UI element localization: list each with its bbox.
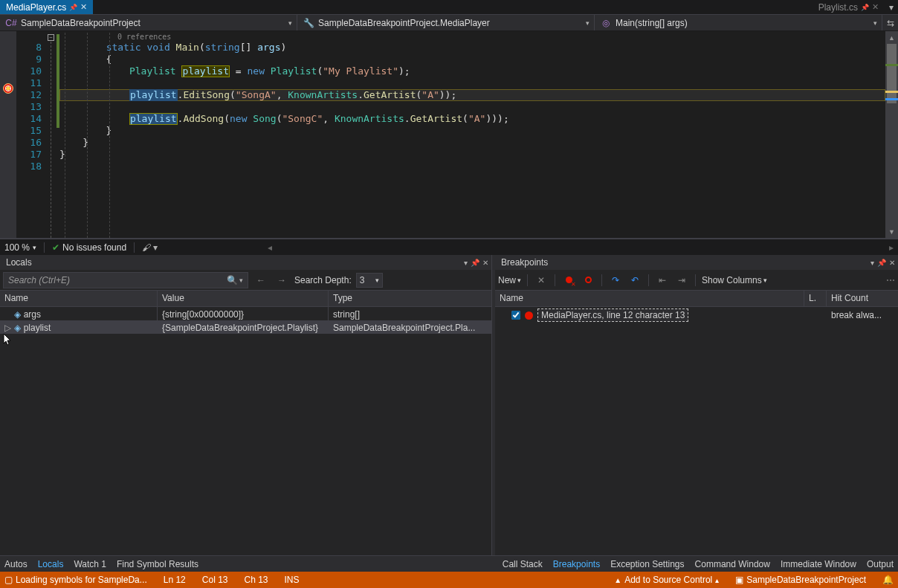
editor-vertical-scrollbar[interactable]: ▲ ▼	[885, 31, 898, 238]
col-type[interactable]: Type	[329, 291, 491, 306]
breakpoints-header[interactable]: Breakpoints ▾ 📌 ✕	[495, 255, 898, 270]
col-hitcount[interactable]: Hit Count	[827, 291, 898, 306]
cleanup-icon[interactable]: 🖌 ▾	[142, 242, 158, 253]
code-editor[interactable]: 89101112131415161718 − 0 references stat…	[0, 31, 898, 239]
delete-all-button[interactable]: ✕	[561, 273, 576, 288]
tab-mediaplayer[interactable]: MediaPlayer.cs 📌 ✕	[0, 0, 93, 14]
chevron-down-icon: ▾	[375, 277, 379, 284]
tab-breakpoints[interactable]: Breakpoints	[553, 559, 600, 569]
locals-row[interactable]: ◈ args {string[0x00000000]} string[]	[0, 307, 491, 320]
tool-window-tabs: Autos Locals Watch 1 Find Symbol Results…	[0, 555, 898, 572]
code-area[interactable]: 0 references static void Main(string[] a…	[59, 31, 885, 238]
tab-output[interactable]: Output	[867, 559, 894, 569]
breakpoint-enabled-checkbox[interactable]	[511, 311, 520, 320]
import-button[interactable]: ↶	[627, 273, 642, 288]
outlining-margin[interactable]: −	[46, 31, 56, 238]
status-char[interactable]: Ch 13	[244, 575, 268, 585]
close-icon[interactable]: ✕	[889, 259, 895, 267]
collapse-icon[interactable]: −	[48, 34, 54, 41]
breakpoints-grid-header[interactable]: Name L. Hit Count	[495, 291, 898, 307]
method-dropdown[interactable]: ◎ Main(string[] args) ▾	[595, 15, 882, 30]
search-icon[interactable]: 🔍	[227, 275, 238, 285]
pin-icon[interactable]: 📌	[471, 259, 479, 267]
scroll-left-icon[interactable]: ◂	[268, 242, 272, 253]
pin-icon[interactable]: 📌	[877, 259, 886, 267]
tab-callstack[interactable]: Call Stack	[503, 559, 543, 569]
col-name[interactable]: Name	[0, 291, 158, 306]
error-status[interactable]: ✔ No issues found	[52, 242, 126, 253]
status-project[interactable]: ▣ SampleDataBreakpointProject	[735, 575, 866, 585]
overflow-icon[interactable]: ⋯	[886, 275, 895, 285]
search-depth-select[interactable]: 3 ▾	[356, 273, 383, 288]
locals-grid-body[interactable]: ◈ args {string[0x00000000]} string[] ▷ ◈…	[0, 307, 491, 555]
breakpoints-grid-body[interactable]: MediaPlayer.cs, line 12 character 13 bre…	[495, 307, 898, 555]
tab-autos[interactable]: Autos	[4, 559, 28, 569]
breakpoint-labels[interactable]	[804, 313, 827, 317]
zoom-dropdown[interactable]: 100 % ▾	[4, 242, 36, 253]
col-name[interactable]: Name	[495, 291, 804, 306]
tab-overflow[interactable]: ▾	[885, 0, 898, 14]
export-button[interactable]: ↷	[608, 273, 623, 288]
status-ins[interactable]: INS	[285, 575, 300, 585]
expand-icon[interactable]: ▷	[4, 323, 12, 333]
close-icon[interactable]: ✕	[482, 259, 488, 267]
delete-breakpoint-button[interactable]: ✕	[534, 273, 549, 288]
col-value[interactable]: Value	[158, 291, 329, 306]
breakpoint-row[interactable]: MediaPlayer.cs, line 12 character 13 bre…	[495, 307, 898, 323]
notifications-icon[interactable]: 🔔	[882, 575, 894, 585]
class-name: SampleDataBreakpointProject.MediaPlayer	[318, 18, 490, 28]
breakpoint-current-icon[interactable]	[3, 83, 13, 94]
new-breakpoint-button[interactable]: New ▾	[498, 275, 521, 285]
go-to-disasm-button[interactable]: ⇥	[674, 273, 689, 288]
tab-exception-settings[interactable]: Exception Settings	[610, 559, 684, 569]
locals-grid-header[interactable]: Name Value Type	[0, 291, 491, 307]
class-dropdown[interactable]: 🔧 SampleDataBreakpointProject.MediaPlaye…	[297, 15, 595, 30]
locals-header[interactable]: Locals ▾ 📌 ✕	[0, 255, 491, 270]
document-tabs: MediaPlayer.cs 📌 ✕ Playlist.cs 📌 ✕ ▾	[0, 0, 898, 15]
locals-row[interactable]: ▷ ◈ playlist {SampleDataBreakpointProjec…	[0, 320, 491, 334]
status-col[interactable]: Col 13	[202, 575, 228, 585]
show-columns-dropdown[interactable]: Show Columns ▾	[702, 275, 767, 285]
scroll-up-icon[interactable]: ▲	[885, 31, 898, 44]
status-loading[interactable]: ▢ Loading symbols for SampleDa...	[4, 575, 147, 585]
toggle-all-button[interactable]	[581, 273, 595, 288]
tab-locals[interactable]: Locals	[38, 559, 64, 569]
tab-playlist[interactable]: Playlist.cs 📌 ✕	[813, 0, 885, 14]
scroll-down-icon[interactable]: ▼	[885, 225, 898, 238]
search-next-button[interactable]: →	[274, 272, 290, 288]
split-editor-icon[interactable]: ⇆	[882, 15, 898, 30]
tab-watch1[interactable]: Watch 1	[74, 559, 106, 569]
codelens-references[interactable]: 0 references	[59, 33, 885, 42]
mouse-cursor-icon	[3, 334, 13, 347]
breakpoint-hitcount[interactable]: break alwa...	[827, 308, 898, 323]
tab-immediate-window[interactable]: Immediate Window	[781, 559, 856, 569]
status-line[interactable]: Ln 12	[164, 575, 186, 585]
close-icon[interactable]: ✕	[80, 2, 87, 12]
chevron-down-icon: ▾	[288, 19, 292, 27]
var-value[interactable]: {string[0x00000000]}	[158, 307, 329, 320]
panel-title: Breakpoints	[498, 257, 548, 268]
tab-command-window[interactable]: Command Window	[695, 559, 770, 569]
source-control-button[interactable]: ▲ Add to Source Control ▴	[614, 575, 719, 585]
breakpoint-margin[interactable]	[0, 31, 16, 238]
var-value[interactable]: {SampleDataBreakpointProject.Playlist}	[158, 320, 329, 334]
chevron-down-icon[interactable]: ▾	[239, 277, 243, 284]
chevron-down-icon: ▾	[873, 19, 877, 27]
expand-icon[interactable]	[4, 309, 12, 320]
go-to-source-button[interactable]: ⇤	[655, 273, 670, 288]
method-icon: ◎	[601, 18, 611, 28]
window-position-icon[interactable]: ▾	[464, 259, 468, 267]
window-position-icon[interactable]: ▾	[870, 259, 874, 267]
project-dropdown[interactable]: C# SampleDataBreakpointProject ▾	[0, 15, 297, 30]
chevron-up-icon: ▴	[715, 576, 719, 584]
search-prev-button[interactable]: ←	[253, 272, 269, 288]
pin-icon[interactable]: 📌	[861, 4, 869, 11]
col-labels[interactable]: L.	[804, 291, 827, 306]
tab-find-symbol[interactable]: Find Symbol Results	[117, 559, 198, 569]
locals-search-input[interactable]: Search (Ctrl+E) 🔍▾	[3, 272, 248, 288]
scrollbar-thumb[interactable]	[887, 44, 897, 103]
scroll-right-icon[interactable]: ▸	[889, 242, 894, 253]
breakpoint-name[interactable]: MediaPlayer.cs, line 12 character 13	[537, 308, 688, 322]
pin-icon[interactable]: 📌	[69, 4, 77, 11]
close-icon[interactable]: ✕	[872, 2, 879, 12]
